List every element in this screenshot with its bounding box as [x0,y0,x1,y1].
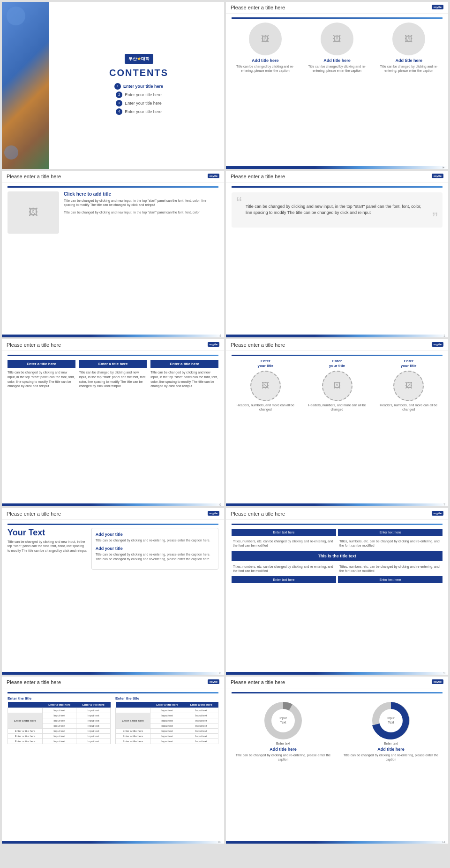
university-logo: 부산★대학 [125,54,153,64]
image-cards-row: 🖼 Add title here Title can be changed by… [232,23,442,73]
body-text-2: Title can be changed by clicking and new… [64,210,218,215]
row-label: Enter a title here [8,734,43,739]
bottom-bar-5 [2,503,224,506]
building-image [2,2,49,169]
col-header-1: Enter a title here [8,360,75,368]
bottom-bar-3 [2,335,224,337]
slide-2-three-images: Please enter a title here eqytle 🖼 Add t… [226,2,448,169]
cell: Input text [150,723,184,729]
menu-item-3[interactable]: 3 Enter your title here [116,100,162,107]
cell: Input text [150,718,184,723]
pie-chart-2: Input Text Enter text [368,697,414,744]
cell-text-4: Titles, numbers, etc. can be changed by … [338,563,442,574]
three-col-row: Enter a title here Title can be changed … [8,360,218,388]
slide-5-title: Please enter a title here [7,342,61,348]
menu-item-2[interactable]: 2 Enter your title here [116,91,162,98]
cell-header-2: Enter text here [338,529,442,536]
decor-circle-top [7,7,25,25]
slide-7-header: Please enter a title here eqytle [2,508,224,520]
decor-circle-bottom [4,145,18,160]
blue-divider-5 [8,355,218,356]
cell: Input text [76,718,111,723]
circ-sub-1: Headers, numbers, and more can all be ch… [232,403,300,411]
blue-divider-9 [8,692,218,693]
chart-sub-2: Title can be changed by clicking and re-… [339,753,442,761]
circle-img-3: 🖼 [393,371,424,401]
cell-text-2: Titles, numbers, etc. can be changed by … [338,538,442,549]
row-label: Enter a title here [8,739,43,744]
menu-num-4: 4 [116,108,122,115]
table-1: Enter a title here Enter a title here In… [8,702,111,744]
brand-badge-6: eqytle [432,342,443,347]
bottom-bar-8 [226,672,448,675]
pie-svg-1: Input Text [260,697,307,744]
cell-header-3: Enter text here [232,576,336,583]
body-text-1: Title can be changed by clicking and new… [64,198,218,208]
section-text-1: Title can be changed by clicking and re-… [96,538,214,543]
slide-9-tables: Please enter a title here eqytle Enter t… [2,677,224,844]
td-sub1-2: Input text [150,708,184,713]
cell: Input text [76,723,111,729]
menu-text-4: Enter your title here [125,109,162,114]
td-empty-2 [116,708,150,713]
cell: Input text [150,713,184,718]
circ-title-1: Enteryour title [232,359,300,369]
circle-img-2: 🖼 [322,371,352,401]
circ-col-3: Enteryour title 🖼 Headers, numbers, and … [375,359,442,411]
bottom-bar-2 [226,166,448,169]
slide-7-content: Your Text Title can be changed by clicki… [8,528,218,570]
cell: Input text [150,739,184,744]
th-col2: Enter a title here [76,702,111,708]
slide-3-title: Please enter a title here [7,174,61,179]
img-placeholder-1: 🖼 [249,23,282,55]
img-card-2: 🖼 Add title here Title can be changed by… [303,23,370,73]
circles-row: Enteryour title 🖼 Headers, numbers, and … [232,359,442,411]
cell-header-1: Enter text here [232,529,336,536]
chart-sub-1: Title can be changed by clicking and re-… [232,753,335,761]
click-title[interactable]: Click here to add title [64,191,218,197]
img-card-title-3: Add title here [375,58,442,63]
table-title-2: Enter the title [115,696,218,700]
img-card-3: 🖼 Add title here Title can be changed by… [375,23,442,73]
table-row: Enter a title here Input text Input text [8,713,111,718]
menu-item-4[interactable]: 4 Enter your title here [116,108,162,115]
contents-title: CONTENTS [109,68,168,78]
cell: Input text [184,718,218,723]
slide-7-left-body: Title can be changed by clicking and new… [8,540,87,553]
slide-7-title: Please enter a title here [7,511,61,517]
pie-center-label-1: Enter text [260,742,307,745]
cell-text-3: Titles, numbers, etc. can be changed by … [232,563,336,574]
slide-1-decoration [2,2,49,169]
chart-title-2: Add title here [339,747,442,752]
slide-3-content: 🖼 Click here to add title Title can be c… [8,191,218,234]
slide-6-header: Please enter a title here eqytle [226,339,448,351]
menu-item-1[interactable]: 1 Enter your title here [114,83,163,90]
slide-4-quote: Please enter a title here eqytle “ Title… [226,171,448,338]
bottom-bar-9 [2,841,224,844]
slide-6-title: Please enter a title here [231,342,285,348]
chart-col-1: Input Text Enter text Add title here Tit… [232,697,335,761]
table-row: Enter a title here Input text Input text [8,739,111,744]
row-label: Enter a title here [116,734,150,739]
circ-sub-2: Headers, numbers, and more can all be ch… [303,403,371,411]
quote-box: “ Title can be changed by clicking and n… [232,192,442,228]
circ-sub-3: Headers, numbers, and more can all be ch… [375,403,442,411]
add-title-2: Add your title [96,546,214,551]
open-quote-icon: “ [236,195,242,212]
img-card-1: 🖼 Add title here Title can be changed by… [232,23,299,73]
col-1: Enter a title here Title can be changed … [8,360,75,388]
pie-inner-text-2b: Text [388,721,394,724]
table-title-1: Enter the title [8,696,111,700]
th-col2-2: Enter a title here [184,702,218,708]
chart-title-1: Add title here [232,747,335,752]
td-empty [8,708,43,713]
slide-3-header: Please enter a title here eqytle [2,171,224,183]
slide-10-title: Please enter a title here [231,679,285,685]
slide-2-title: Please enter a title here [231,5,285,10]
cell: Input text [42,734,76,739]
cell: Input text [42,723,76,729]
blue-divider-2 [232,17,442,19]
brand-badge-7: eqytle [208,511,219,516]
row-label: Enter a title here [8,729,43,734]
cell: Input text [76,729,111,734]
